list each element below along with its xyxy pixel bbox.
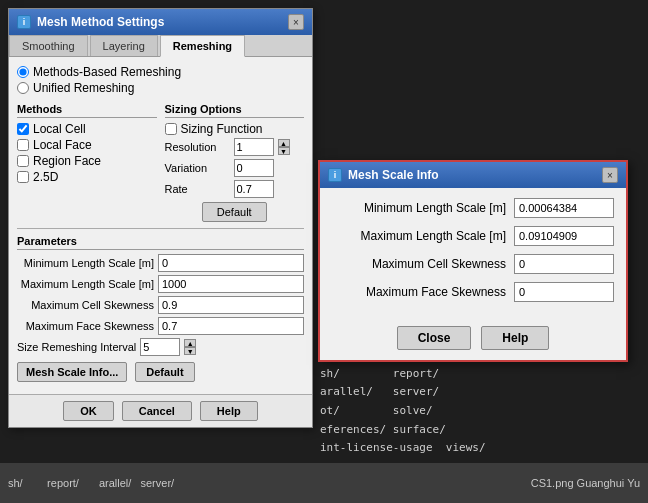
scale-max-cell-skew-label: Maximum Cell Skewness [332, 257, 514, 271]
variation-label: Variation [165, 162, 230, 174]
resolution-row: Resolution ▲ ▼ [165, 138, 305, 156]
terminal-bottom-line: sh/ report/ [320, 365, 486, 384]
scale-dialog-close-button[interactable]: × [602, 167, 618, 183]
max-face-skew-label: Maximum Face Skewness [17, 320, 158, 332]
scale-max-length-label: Maximum Length Scale [m] [332, 229, 514, 243]
interval-spinner: ▲ ▼ [184, 339, 196, 355]
checkbox-local-cell-label: Local Cell [33, 122, 86, 136]
parameters-section: Parameters Minimum Length Scale [m] Maxi… [17, 228, 304, 382]
scale-min-length-input[interactable] [519, 202, 609, 214]
tab-smoothing[interactable]: Smoothing [9, 35, 88, 56]
params-default-button[interactable]: Default [135, 362, 194, 382]
interval-spin-down[interactable]: ▼ [184, 347, 196, 355]
interval-label: Size Remeshing Interval [17, 341, 136, 353]
max-length-input[interactable] [158, 275, 304, 293]
variation-input[interactable] [234, 159, 274, 177]
main-dialog-close-button[interactable]: × [288, 14, 304, 30]
two-column-section: Methods Local Cell Local Face Region Fac… [17, 103, 304, 222]
cancel-button[interactable]: Cancel [122, 401, 192, 421]
max-cell-skew-row: Maximum Cell Skewness [17, 296, 304, 314]
scale-dialog-titlebar: i Mesh Scale Info × [320, 162, 626, 188]
checkbox-region-face-input[interactable] [17, 155, 29, 167]
scale-dialog-content: Minimum Length Scale [m] Maximum Length … [320, 188, 626, 320]
scale-max-cell-skew-value [514, 254, 614, 274]
checkbox-region-face: Region Face [17, 154, 157, 168]
methods-column: Methods Local Cell Local Face Region Fac… [17, 103, 157, 222]
variation-row: Variation [165, 159, 305, 177]
terminal-bottom-line-1: sh/ report/ [8, 477, 79, 489]
tab-layering[interactable]: Layering [90, 35, 158, 56]
scale-min-length-value [514, 198, 614, 218]
rate-row: Rate [165, 180, 305, 198]
radio-unified-label: Unified Remeshing [33, 81, 134, 95]
mesh-scale-row: Mesh Scale Info... Default [17, 362, 304, 382]
main-help-button[interactable]: Help [200, 401, 258, 421]
dialog-icon: i [17, 15, 31, 29]
max-cell-skew-label: Maximum Cell Skewness [17, 299, 158, 311]
interval-spin-up[interactable]: ▲ [184, 339, 196, 347]
checkbox-2-5d: 2.5D [17, 170, 157, 184]
scale-max-cell-skew-input[interactable] [519, 258, 609, 270]
rate-input[interactable] [234, 180, 274, 198]
interval-input[interactable] [140, 338, 180, 356]
checkbox-2-5d-label: 2.5D [33, 170, 58, 184]
parameters-label: Parameters [17, 235, 304, 250]
scale-min-length-label: Minimum Length Scale [m] [332, 201, 514, 215]
rate-label: Rate [165, 183, 230, 195]
checkbox-local-cell-input[interactable] [17, 123, 29, 135]
min-length-label: Minimum Length Scale [m] [17, 257, 158, 269]
radio-methods-based-label: Methods-Based Remeshing [33, 65, 181, 79]
checkbox-local-cell: Local Cell [17, 122, 157, 136]
scale-max-face-skew-row: Maximum Face Skewness [332, 282, 614, 302]
resolution-input[interactable] [234, 138, 274, 156]
max-cell-skew-input[interactable] [158, 296, 304, 314]
scale-max-face-skew-value [514, 282, 614, 302]
radio-methods-based-input[interactable] [17, 66, 29, 78]
resolution-spin-up[interactable]: ▲ [278, 139, 290, 147]
checkbox-region-face-label: Region Face [33, 154, 101, 168]
scale-close-button[interactable]: Close [397, 326, 472, 350]
resolution-spin-down[interactable]: ▼ [278, 147, 290, 155]
status-bar: sh/ report/ arallel/ server/ CS1.png Gua… [0, 463, 648, 503]
terminal-bottom-line: arallel/ server/ [320, 383, 486, 402]
scale-max-length-input[interactable] [519, 230, 609, 242]
terminal-bottom-line: eferences/ surface/ [320, 421, 486, 440]
tab-remeshing[interactable]: Remeshing [160, 35, 245, 57]
main-dialog-title: Mesh Method Settings [37, 15, 282, 29]
checkbox-sizing-function-input[interactable] [165, 123, 177, 135]
radio-unified: Unified Remeshing [17, 81, 304, 95]
scale-help-button[interactable]: Help [481, 326, 549, 350]
terminal-bottom-status: sh/ report/ arallel/ server/ [8, 477, 174, 489]
status-text: CS1.png Guanghui Yu [531, 477, 640, 489]
terminal-bottom-content: sh/ report/ arallel/ server/ ot/ solve/ … [320, 365, 486, 458]
tabs-row: Smoothing Layering Remeshing [9, 35, 312, 57]
checkbox-local-face-label: Local Face [33, 138, 92, 152]
scale-max-cell-skew-row: Maximum Cell Skewness [332, 254, 614, 274]
interval-row: Size Remeshing Interval ▲ ▼ [17, 338, 304, 356]
scale-min-length-row: Minimum Length Scale [m] [332, 198, 614, 218]
min-length-input[interactable] [158, 254, 304, 272]
checkbox-local-face: Local Face [17, 138, 157, 152]
checkbox-local-face-input[interactable] [17, 139, 29, 151]
mesh-scale-info-button[interactable]: Mesh Scale Info... [17, 362, 127, 382]
terminal-bottom-line: int-license-usage views/ [320, 439, 486, 458]
scale-max-face-skew-input[interactable] [519, 286, 609, 298]
main-dialog-titlebar: i Mesh Method Settings × [9, 9, 312, 35]
terminal-bottom-line-2: arallel/ server/ [99, 477, 174, 489]
main-dialog: i Mesh Method Settings × Smoothing Layer… [8, 8, 313, 428]
sizing-default-button[interactable]: Default [202, 202, 267, 222]
max-face-skew-row: Maximum Face Skewness [17, 317, 304, 335]
ok-button[interactable]: OK [63, 401, 114, 421]
checkbox-2-5d-input[interactable] [17, 171, 29, 183]
scale-max-length-value [514, 226, 614, 246]
max-length-label: Maximum Length Scale [m] [17, 278, 158, 290]
max-face-skew-input[interactable] [158, 317, 304, 335]
resolution-spinner: ▲ ▼ [278, 139, 290, 155]
remeshing-options: Methods-Based Remeshing Unified Remeshin… [17, 65, 304, 95]
main-dialog-footer: OK Cancel Help [9, 394, 312, 427]
scale-max-length-row: Maximum Length Scale [m] [332, 226, 614, 246]
radio-methods-based: Methods-Based Remeshing [17, 65, 304, 79]
methods-label: Methods [17, 103, 157, 118]
scale-dialog-title: Mesh Scale Info [348, 168, 596, 182]
radio-unified-input[interactable] [17, 82, 29, 94]
